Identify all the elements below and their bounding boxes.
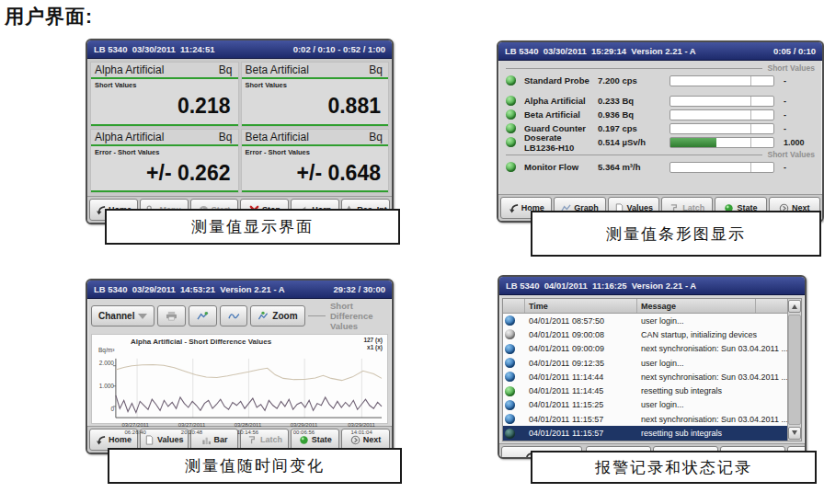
scrollbar-thumb[interactable]	[788, 315, 801, 425]
table-row[interactable]: 04/01/2011 11:14:45resetting sub integra…	[503, 384, 787, 397]
table-row[interactable]: 04/01/2011 08:57:50user login...	[503, 314, 787, 327]
event-led-icon	[505, 372, 515, 382]
channel-unit: Bq	[369, 131, 383, 143]
value-bar	[670, 109, 774, 120]
channel-name: Alpha Artificial	[95, 63, 164, 76]
chevron-down-icon	[138, 314, 147, 319]
value-tile: Beta ArtificialBq Short Values 0.881	[242, 63, 389, 126]
mode-label: Short Difference Values	[330, 301, 386, 331]
caption-value-display: 测量值显示界面	[105, 209, 400, 245]
table-row[interactable]: 04/01/2011 09:00:09next synchronisation:…	[503, 342, 787, 356]
value-tiles: Alpha ArtificialBq Short Values 0.218 Be…	[87, 59, 392, 196]
titlebar-timer: 0:02 / 0:10 - 0:52 / 1:00	[293, 44, 385, 54]
caption-bar-display: 测量值条形图显示	[531, 211, 821, 257]
event-led-icon	[505, 329, 515, 339]
measurement-value: 0.881	[242, 89, 389, 124]
caption-trend-chart: 测量值随时间变化	[108, 448, 402, 484]
bar-scale-value: -	[784, 97, 815, 106]
channel-value: 0.233 Bq	[598, 96, 670, 106]
chart-scale-note: x1 (x)	[367, 344, 383, 350]
scrollbar[interactable]	[787, 299, 801, 441]
channel-unit: Bq	[369, 63, 383, 76]
titlebar-left: LB 5340 03/30/2011 11:24:51	[94, 44, 215, 54]
bar-row: Alpha Artificial 0.233 Bq -	[506, 94, 815, 108]
table-header: Time Message	[503, 299, 787, 314]
chart-mode-label: Short Difference Values	[308, 301, 386, 331]
value-tile: Beta ArtificialBq Error - Short Values +…	[242, 130, 389, 193]
event-led-icon	[505, 400, 515, 410]
status-led-icon	[506, 96, 516, 106]
channel-value: 0.197 cps	[598, 123, 670, 133]
table-row[interactable]: 04/01/2011 09:12:35user login...	[503, 356, 787, 370]
bar-scale-value: -	[784, 163, 815, 172]
device-titlebar: LB 5340 04/01/2011 11:16:25 Version 2.21…	[499, 277, 805, 295]
status-led-icon	[506, 109, 516, 120]
titlebar-timer: 29:32 / 30:00	[333, 284, 385, 294]
table-row[interactable]: 04/01/2011 11:15:25user login...	[503, 398, 787, 412]
channel-name: Monitor Flow	[524, 162, 598, 172]
titlebar-left: LB 5340 03/29/2011 14:53:21 Version 2.21…	[94, 284, 285, 294]
chart-plot-area: 2.000 1.000 0	[92, 355, 387, 421]
measurement-value: +/- 0.262	[91, 156, 238, 191]
icon-column-header	[503, 299, 525, 313]
channel-unit: Bq	[219, 131, 233, 143]
channel-value: 0.936 Bq	[598, 109, 670, 120]
trend-chart: Alpha Artificial - Short Difference Valu…	[91, 334, 388, 424]
table-row-selected[interactable]: 04/01/2011 11:15:57resetting sub integra…	[503, 426, 787, 440]
page-title: 用户界面:	[5, 4, 93, 29]
channel-dropdown[interactable]: Channel	[91, 305, 154, 326]
status-led-icon	[506, 75, 516, 86]
channel-name: Standard Probe	[524, 75, 598, 86]
value-tile: Alpha ArtificialBq Error - Short Values …	[91, 130, 238, 193]
titlebar-left: LB 5340 04/01/2011 11:16:25 Version 2.21…	[506, 281, 696, 291]
scale-chart-button[interactable]	[220, 305, 248, 326]
chart-canvas	[92, 355, 387, 421]
event-led-icon	[505, 429, 515, 439]
device-titlebar: LB 5340 03/29/2011 14:53:21 Version 2.21…	[87, 281, 392, 299]
scale-up-chart-icon	[197, 311, 209, 321]
print-button[interactable]	[157, 305, 186, 326]
event-led-icon	[505, 414, 515, 424]
channel-value: 7.200 cps	[598, 75, 670, 86]
triangle-up-icon	[792, 304, 797, 309]
zoom-button[interactable]: Zoom	[250, 305, 304, 326]
titlebar-left: LB 5340 03/30/2011 15:29:14 Version 2.21…	[505, 46, 696, 56]
caption-log: 报警记录和状态记录	[531, 451, 817, 484]
home-icon	[509, 203, 519, 213]
table-row[interactable]: 04/01/2011 09:00:08CAN startup, initiali…	[503, 327, 787, 341]
triangle-down-icon	[792, 430, 797, 435]
scroll-down-button[interactable]	[788, 427, 801, 440]
panel-log: LB 5340 04/01/2011 11:16:25 Version 2.21…	[498, 275, 807, 459]
autoscale-button[interactable]	[189, 305, 217, 326]
channel-name: Alpha Artificial	[524, 96, 598, 106]
button-label: Zoom	[272, 311, 297, 321]
chart-title: Alpha Artificial - Short Difference Valu…	[131, 338, 271, 346]
status-led-icon	[506, 137, 516, 147]
section-label: Short Values	[768, 150, 816, 159]
wave-chart-icon	[228, 311, 240, 321]
table-row[interactable]: 04/01/2011 11:14:44next synchronisation:…	[503, 370, 787, 384]
panel-bar-display: LB 5340 03/30/2011 15:29:14 Version 2.21…	[497, 40, 824, 223]
bar-row: Doserate LB1236-H10 0.514 µSv/h 1.000	[506, 135, 815, 149]
zoom-chart-icon	[258, 311, 269, 321]
measurement-value: 0.218	[91, 89, 238, 124]
printer-icon	[166, 311, 177, 321]
manual-page: 用户界面: LB 5340 03/30/2011 11:24:51 0:02 /…	[0, 0, 824, 504]
value-type-label: Short Values	[242, 79, 389, 89]
time-column-header: Time	[525, 299, 637, 313]
bar-scale-value: 1.000	[784, 138, 815, 147]
bar-row: Beta Artificial 0.936 Bq -	[506, 108, 815, 121]
chart-scale-note: 127 (x)	[363, 337, 383, 343]
chart-y-unit: Bq/m³	[98, 347, 114, 353]
log-table: Time Message 04/01/2011 08:57:50user log…	[502, 298, 802, 441]
x-axis-labels: 03/27/201106:26:40 03/27/201120:20:48 03…	[92, 422, 387, 437]
message-column-header: Message	[637, 299, 756, 313]
channel-unit: Bq	[219, 63, 233, 76]
table-row[interactable]: 04/01/2011 11:15:57next synchronisation:…	[503, 412, 787, 426]
channel-name: Beta Artificial	[246, 131, 309, 143]
device-titlebar: LB 5340 03/30/2011 15:29:14 Version 2.21…	[498, 42, 822, 61]
dropdown-label: Channel	[98, 311, 134, 321]
chart-toolbar: Channel Zoom Short Difference Values	[87, 299, 392, 333]
value-type-label: Error - Short Values	[242, 146, 389, 156]
scroll-up-button[interactable]	[788, 300, 801, 313]
